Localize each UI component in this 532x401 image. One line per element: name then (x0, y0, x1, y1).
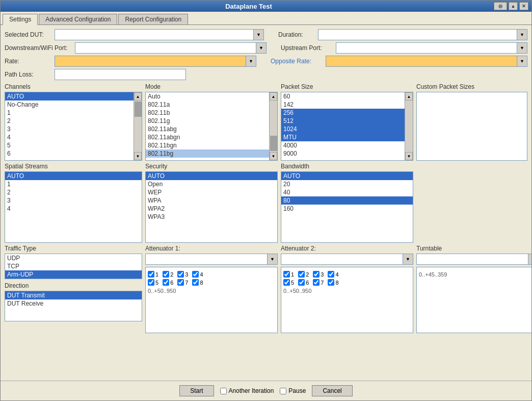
mode-item-80211bgn[interactable]: 802.11bgn (146, 141, 269, 149)
cancel-button[interactable]: Cancel (312, 385, 352, 396)
att2-cb1[interactable]: 1 (283, 271, 294, 278)
att1-cb4[interactable]: 4 (192, 271, 203, 278)
att2-cb8[interactable]: 8 (328, 279, 338, 286)
attenuator2-input[interactable]: NONE (0) (281, 254, 403, 265)
mode-item-80211abgn[interactable]: 802.11abgn (146, 133, 269, 141)
bw-40[interactable]: 40 (281, 188, 413, 196)
pkt-1024[interactable]: 1024 (281, 125, 405, 133)
sec-wpa3[interactable]: WPA3 (146, 213, 277, 221)
selected-dut-btn[interactable]: ▼ (254, 29, 264, 40)
att1-cb6[interactable]: 6 (163, 279, 173, 286)
channels-item-5[interactable]: 5 (5, 141, 134, 149)
maximize-button[interactable]: ▲ (509, 2, 518, 10)
duration-input[interactable]: 15 sec (15 s) (318, 29, 517, 40)
attenuator1-btn[interactable]: ▼ (268, 254, 278, 265)
mode-item-80211a[interactable]: 802.11a (146, 101, 269, 109)
mode-item-80211b[interactable]: 802.11b (146, 109, 269, 117)
ss-4[interactable]: 4 (5, 205, 142, 213)
upstream-btn[interactable]: ▼ (517, 42, 527, 54)
selected-dut-input[interactable] (55, 29, 254, 40)
mode-scroll-up[interactable]: ▲ (270, 92, 277, 101)
turntable-input[interactable]: NONE (0) (416, 254, 528, 265)
ss-2[interactable]: 2 (5, 188, 142, 196)
start-button[interactable]: Start (179, 385, 214, 396)
mode-scrollbar[interactable]: ▲ ▼ (269, 92, 277, 160)
channels-item-auto[interactable]: AUTO (5, 92, 134, 101)
pkt-9000[interactable]: 9000 (281, 149, 405, 158)
pkt-142[interactable]: 142 (281, 101, 405, 109)
tt-arm-udp[interactable]: Arm-UDP (5, 270, 142, 279)
pkt-512[interactable]: 512 (281, 117, 405, 125)
rate-input[interactable]: 10gbps (55, 56, 246, 67)
mode-item-80211bg[interactable]: 802.11bg (146, 149, 269, 158)
pause-checkbox[interactable] (280, 388, 286, 394)
channels-scroll-up[interactable]: ▲ (134, 92, 142, 101)
att1-cb1[interactable]: 1 (148, 271, 158, 278)
att1-cb2[interactable]: 2 (163, 271, 173, 278)
att2-cb3[interactable]: 3 (313, 271, 324, 278)
channels-item-6[interactable]: 6 (5, 149, 134, 158)
att2-cb2[interactable]: 2 (298, 271, 309, 278)
mode-item-80211g[interactable]: 802.11g (146, 117, 269, 125)
mode-item-80211abg[interactable]: 802.11abg (146, 125, 269, 133)
pkt-scroll-up[interactable]: ▲ (405, 92, 413, 101)
channels-item-1[interactable]: 1 (5, 109, 134, 117)
att1-cb3[interactable]: 3 (177, 271, 188, 278)
att2-cb5[interactable]: 5 (283, 279, 294, 286)
another-iteration-checkbox[interactable] (220, 388, 227, 394)
bw-80[interactable]: 80 (281, 196, 413, 205)
ss-3[interactable]: 3 (5, 196, 142, 205)
upstream-input[interactable]: 1.2.3 eth3 (336, 42, 517, 54)
close-button[interactable]: ✕ (519, 2, 528, 10)
ss-1[interactable]: 1 (5, 180, 142, 188)
bw-160[interactable]: 160 (281, 205, 413, 213)
channels-item-2[interactable]: 2 (5, 117, 134, 125)
bw-auto[interactable]: AUTO (281, 172, 413, 180)
pkt-scroll-down[interactable]: ▼ (405, 152, 413, 160)
attenuator2-btn[interactable]: ▼ (403, 254, 413, 265)
packet-size-scrollbar[interactable]: ▲ ▼ (405, 92, 413, 160)
tab-advanced-configuration[interactable]: Advanced Configuration (39, 14, 117, 24)
channels-item-4[interactable]: 4 (5, 133, 134, 141)
att1-cb5[interactable]: 5 (148, 279, 158, 286)
bw-20[interactable]: 20 (281, 180, 413, 188)
att2-cb6[interactable]: 6 (298, 279, 309, 286)
tab-report-configuration[interactable]: Report Configuration (118, 14, 188, 24)
mode-item-auto[interactable]: Auto (146, 92, 269, 101)
tab-settings[interactable]: Settings (3, 14, 38, 25)
rate-btn[interactable]: ▼ (246, 56, 256, 67)
tt-tcp[interactable]: TCP (5, 262, 142, 270)
sec-wpa2[interactable]: WPA2 (146, 205, 277, 213)
tt-udp[interactable]: UDP (5, 254, 142, 262)
ss-auto[interactable]: AUTO (5, 172, 142, 180)
settings-content: Selected DUT: ▼ Duration: 15 sec (15 s) … (1, 25, 531, 381)
channels-item-3[interactable]: 3 (5, 125, 134, 133)
dir-receive[interactable]: DUT Receive (5, 299, 142, 308)
channels-scrollbar[interactable]: ▲ ▼ (134, 92, 142, 160)
opposite-rate-input[interactable]: 56kbps (326, 56, 517, 67)
path-loss-input[interactable]: 1.0 (55, 69, 186, 80)
sec-wpa[interactable]: WPA (146, 196, 277, 205)
pkt-256[interactable]: 256 (281, 109, 405, 117)
turntable-btn[interactable]: ▼ (528, 254, 531, 265)
sec-open[interactable]: Open (146, 180, 277, 188)
pkt-mtu[interactable]: MTU (281, 133, 405, 141)
downstream-input[interactable]: 1.2.2 eth2 (75, 42, 256, 54)
opposite-rate-btn[interactable]: ▼ (517, 56, 527, 67)
attenuator1-input[interactable]: NONE (0) (145, 254, 268, 265)
duration-btn[interactable]: ▼ (517, 29, 527, 40)
att1-cb8[interactable]: 8 (192, 279, 203, 286)
sec-auto[interactable]: AUTO (146, 172, 277, 180)
channels-scroll-down[interactable]: ▼ (134, 152, 142, 160)
att2-cb7[interactable]: 7 (313, 279, 324, 286)
att1-cb7[interactable]: 7 (177, 279, 188, 286)
dir-transmit[interactable]: DUT Transmit (5, 291, 142, 299)
pkt-4000[interactable]: 4000 (281, 141, 405, 149)
mode-scroll-down[interactable]: ▼ (270, 152, 277, 160)
sec-wep[interactable]: WEP (146, 188, 277, 196)
att2-cb4[interactable]: 4 (328, 271, 338, 278)
minimize-button[interactable]: ◎ (494, 2, 507, 10)
channels-item-nochange[interactable]: No-Change (5, 101, 134, 109)
downstream-btn[interactable]: ▼ (256, 42, 267, 54)
pkt-60[interactable]: 60 (281, 92, 405, 101)
